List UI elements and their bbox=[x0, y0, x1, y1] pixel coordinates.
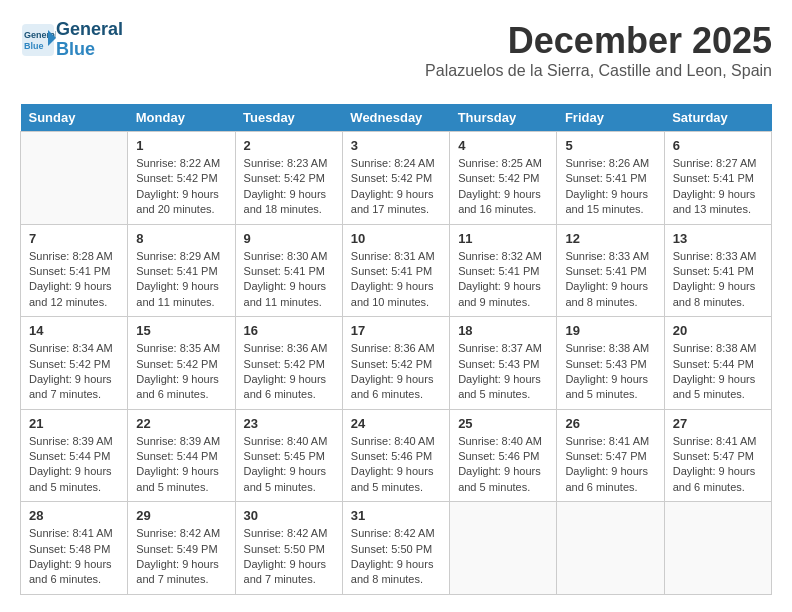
day-info: Sunrise: 8:40 AM Sunset: 5:45 PM Dayligh… bbox=[244, 434, 334, 496]
week-row-2: 7Sunrise: 8:28 AM Sunset: 5:41 PM Daylig… bbox=[21, 224, 772, 317]
day-info: Sunrise: 8:22 AM Sunset: 5:42 PM Dayligh… bbox=[136, 156, 226, 218]
week-row-1: 1Sunrise: 8:22 AM Sunset: 5:42 PM Daylig… bbox=[21, 132, 772, 225]
day-info: Sunrise: 8:29 AM Sunset: 5:41 PM Dayligh… bbox=[136, 249, 226, 311]
day-number: 3 bbox=[351, 138, 441, 153]
header-tuesday: Tuesday bbox=[235, 104, 342, 132]
day-number: 24 bbox=[351, 416, 441, 431]
day-info: Sunrise: 8:37 AM Sunset: 5:43 PM Dayligh… bbox=[458, 341, 548, 403]
day-info: Sunrise: 8:38 AM Sunset: 5:44 PM Dayligh… bbox=[673, 341, 763, 403]
day-number: 15 bbox=[136, 323, 226, 338]
day-cell: 5Sunrise: 8:26 AM Sunset: 5:41 PM Daylig… bbox=[557, 132, 664, 225]
header-wednesday: Wednesday bbox=[342, 104, 449, 132]
day-info: Sunrise: 8:40 AM Sunset: 5:46 PM Dayligh… bbox=[351, 434, 441, 496]
day-info: Sunrise: 8:42 AM Sunset: 5:50 PM Dayligh… bbox=[351, 526, 441, 588]
day-cell: 11Sunrise: 8:32 AM Sunset: 5:41 PM Dayli… bbox=[450, 224, 557, 317]
day-info: Sunrise: 8:28 AM Sunset: 5:41 PM Dayligh… bbox=[29, 249, 119, 311]
day-info: Sunrise: 8:39 AM Sunset: 5:44 PM Dayligh… bbox=[136, 434, 226, 496]
day-number: 9 bbox=[244, 231, 334, 246]
day-info: Sunrise: 8:42 AM Sunset: 5:50 PM Dayligh… bbox=[244, 526, 334, 588]
location-title: Palazuelos de la Sierra, Castille and Le… bbox=[425, 62, 772, 80]
header-friday: Friday bbox=[557, 104, 664, 132]
day-info: Sunrise: 8:26 AM Sunset: 5:41 PM Dayligh… bbox=[565, 156, 655, 218]
header-thursday: Thursday bbox=[450, 104, 557, 132]
day-number: 13 bbox=[673, 231, 763, 246]
day-cell: 16Sunrise: 8:36 AM Sunset: 5:42 PM Dayli… bbox=[235, 317, 342, 410]
day-info: Sunrise: 8:41 AM Sunset: 5:47 PM Dayligh… bbox=[673, 434, 763, 496]
day-cell: 4Sunrise: 8:25 AM Sunset: 5:42 PM Daylig… bbox=[450, 132, 557, 225]
day-info: Sunrise: 8:36 AM Sunset: 5:42 PM Dayligh… bbox=[244, 341, 334, 403]
calendar-header: SundayMondayTuesdayWednesdayThursdayFrid… bbox=[21, 104, 772, 132]
week-row-4: 21Sunrise: 8:39 AM Sunset: 5:44 PM Dayli… bbox=[21, 409, 772, 502]
day-cell: 7Sunrise: 8:28 AM Sunset: 5:41 PM Daylig… bbox=[21, 224, 128, 317]
day-number: 18 bbox=[458, 323, 548, 338]
day-info: Sunrise: 8:41 AM Sunset: 5:47 PM Dayligh… bbox=[565, 434, 655, 496]
day-info: Sunrise: 8:35 AM Sunset: 5:42 PM Dayligh… bbox=[136, 341, 226, 403]
day-cell: 10Sunrise: 8:31 AM Sunset: 5:41 PM Dayli… bbox=[342, 224, 449, 317]
day-number: 14 bbox=[29, 323, 119, 338]
day-cell: 22Sunrise: 8:39 AM Sunset: 5:44 PM Dayli… bbox=[128, 409, 235, 502]
day-info: Sunrise: 8:31 AM Sunset: 5:41 PM Dayligh… bbox=[351, 249, 441, 311]
day-cell: 1Sunrise: 8:22 AM Sunset: 5:42 PM Daylig… bbox=[128, 132, 235, 225]
day-number: 26 bbox=[565, 416, 655, 431]
day-number: 7 bbox=[29, 231, 119, 246]
day-cell: 19Sunrise: 8:38 AM Sunset: 5:43 PM Dayli… bbox=[557, 317, 664, 410]
day-number: 23 bbox=[244, 416, 334, 431]
day-cell: 2Sunrise: 8:23 AM Sunset: 5:42 PM Daylig… bbox=[235, 132, 342, 225]
day-cell: 13Sunrise: 8:33 AM Sunset: 5:41 PM Dayli… bbox=[664, 224, 771, 317]
day-info: Sunrise: 8:33 AM Sunset: 5:41 PM Dayligh… bbox=[565, 249, 655, 311]
calendar-table: SundayMondayTuesdayWednesdayThursdayFrid… bbox=[20, 104, 772, 595]
day-cell: 20Sunrise: 8:38 AM Sunset: 5:44 PM Dayli… bbox=[664, 317, 771, 410]
day-info: Sunrise: 8:38 AM Sunset: 5:43 PM Dayligh… bbox=[565, 341, 655, 403]
month-title: December 2025 bbox=[425, 20, 772, 62]
day-cell: 29Sunrise: 8:42 AM Sunset: 5:49 PM Dayli… bbox=[128, 502, 235, 595]
day-info: Sunrise: 8:36 AM Sunset: 5:42 PM Dayligh… bbox=[351, 341, 441, 403]
day-cell: 25Sunrise: 8:40 AM Sunset: 5:46 PM Dayli… bbox=[450, 409, 557, 502]
day-cell: 17Sunrise: 8:36 AM Sunset: 5:42 PM Dayli… bbox=[342, 317, 449, 410]
day-info: Sunrise: 8:33 AM Sunset: 5:41 PM Dayligh… bbox=[673, 249, 763, 311]
day-number: 11 bbox=[458, 231, 548, 246]
day-info: Sunrise: 8:23 AM Sunset: 5:42 PM Dayligh… bbox=[244, 156, 334, 218]
day-cell: 3Sunrise: 8:24 AM Sunset: 5:42 PM Daylig… bbox=[342, 132, 449, 225]
day-number: 10 bbox=[351, 231, 441, 246]
day-cell: 14Sunrise: 8:34 AM Sunset: 5:42 PM Dayli… bbox=[21, 317, 128, 410]
day-info: Sunrise: 8:42 AM Sunset: 5:49 PM Dayligh… bbox=[136, 526, 226, 588]
day-cell: 23Sunrise: 8:40 AM Sunset: 5:45 PM Dayli… bbox=[235, 409, 342, 502]
day-number: 30 bbox=[244, 508, 334, 523]
day-number: 25 bbox=[458, 416, 548, 431]
day-info: Sunrise: 8:40 AM Sunset: 5:46 PM Dayligh… bbox=[458, 434, 548, 496]
header-sunday: Sunday bbox=[21, 104, 128, 132]
day-number: 4 bbox=[458, 138, 548, 153]
logo: General Blue General Blue bbox=[20, 20, 123, 60]
day-number: 1 bbox=[136, 138, 226, 153]
header-monday: Monday bbox=[128, 104, 235, 132]
day-cell: 21Sunrise: 8:39 AM Sunset: 5:44 PM Dayli… bbox=[21, 409, 128, 502]
day-number: 20 bbox=[673, 323, 763, 338]
day-info: Sunrise: 8:24 AM Sunset: 5:42 PM Dayligh… bbox=[351, 156, 441, 218]
day-number: 29 bbox=[136, 508, 226, 523]
day-cell: 18Sunrise: 8:37 AM Sunset: 5:43 PM Dayli… bbox=[450, 317, 557, 410]
day-cell: 15Sunrise: 8:35 AM Sunset: 5:42 PM Dayli… bbox=[128, 317, 235, 410]
title-section: December 2025 Palazuelos de la Sierra, C… bbox=[425, 20, 772, 92]
calendar-body: 1Sunrise: 8:22 AM Sunset: 5:42 PM Daylig… bbox=[21, 132, 772, 595]
day-number: 27 bbox=[673, 416, 763, 431]
day-number: 5 bbox=[565, 138, 655, 153]
day-info: Sunrise: 8:27 AM Sunset: 5:41 PM Dayligh… bbox=[673, 156, 763, 218]
logo-icon: General Blue bbox=[20, 22, 56, 58]
day-cell bbox=[664, 502, 771, 595]
svg-text:Blue: Blue bbox=[24, 41, 44, 51]
day-number: 16 bbox=[244, 323, 334, 338]
day-cell bbox=[21, 132, 128, 225]
day-info: Sunrise: 8:25 AM Sunset: 5:42 PM Dayligh… bbox=[458, 156, 548, 218]
day-info: Sunrise: 8:41 AM Sunset: 5:48 PM Dayligh… bbox=[29, 526, 119, 588]
day-cell bbox=[557, 502, 664, 595]
day-cell: 30Sunrise: 8:42 AM Sunset: 5:50 PM Dayli… bbox=[235, 502, 342, 595]
day-number: 22 bbox=[136, 416, 226, 431]
week-row-3: 14Sunrise: 8:34 AM Sunset: 5:42 PM Dayli… bbox=[21, 317, 772, 410]
day-number: 12 bbox=[565, 231, 655, 246]
day-cell: 8Sunrise: 8:29 AM Sunset: 5:41 PM Daylig… bbox=[128, 224, 235, 317]
week-row-5: 28Sunrise: 8:41 AM Sunset: 5:48 PM Dayli… bbox=[21, 502, 772, 595]
day-cell: 31Sunrise: 8:42 AM Sunset: 5:50 PM Dayli… bbox=[342, 502, 449, 595]
header-saturday: Saturday bbox=[664, 104, 771, 132]
day-number: 19 bbox=[565, 323, 655, 338]
day-number: 17 bbox=[351, 323, 441, 338]
